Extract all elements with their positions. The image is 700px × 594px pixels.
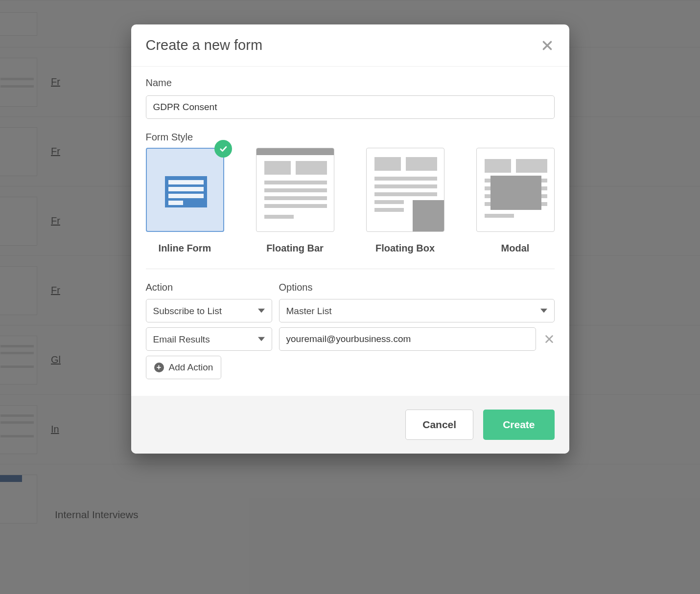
add-action-button[interactable]: + Add Action <box>146 356 222 379</box>
option-input-2[interactable] <box>279 327 536 351</box>
style-option: Floating Box <box>366 148 444 254</box>
form-style-label: Form Style <box>146 132 555 143</box>
action-select-1[interactable]: Subscribe to List <box>146 299 272 322</box>
style-floating-bar[interactable] <box>256 148 334 232</box>
modal-overlay: Create a new form Name Form Style <box>0 0 700 594</box>
check-icon <box>214 140 232 158</box>
cancel-button[interactable]: Cancel <box>405 410 473 440</box>
style-inline-label: Inline Form <box>159 243 211 254</box>
plus-icon: + <box>154 363 164 372</box>
create-button[interactable]: Create <box>483 410 554 440</box>
action-label: Action <box>146 282 272 293</box>
style-option: Inline Form <box>146 148 224 254</box>
actions-grid: Action Options Subscribe to List Master … <box>146 282 555 351</box>
style-floating-box[interactable] <box>366 148 444 232</box>
style-floating-box-label: Floating Box <box>375 243 435 254</box>
modal-header: Create a new form <box>131 24 569 67</box>
style-floating-bar-label: Floating Bar <box>266 243 324 254</box>
style-option: Floating Bar <box>256 148 334 254</box>
create-form-modal: Create a new form Name Form Style <box>131 24 569 454</box>
remove-action-icon[interactable] <box>544 334 555 344</box>
modal-title: Create a new form <box>146 37 263 53</box>
divider <box>146 269 555 269</box>
style-options: Inline Form <box>146 148 555 254</box>
option-row-2 <box>279 327 555 351</box>
style-modal[interactable] <box>476 148 555 232</box>
name-label: Name <box>146 77 555 89</box>
style-modal-label: Modal <box>501 243 530 254</box>
add-action-label: Add Action <box>169 362 213 373</box>
modal-body: Name Form Style <box>131 67 569 396</box>
modal-footer: Cancel Create <box>131 396 569 454</box>
options-label: Options <box>279 282 555 293</box>
name-input[interactable] <box>146 95 555 119</box>
option-select-1[interactable]: Master List <box>279 299 555 322</box>
style-option: Modal <box>476 148 555 254</box>
style-inline-form[interactable] <box>146 148 224 232</box>
close-icon[interactable] <box>541 39 554 52</box>
action-select-2[interactable]: Email Results <box>146 327 272 351</box>
